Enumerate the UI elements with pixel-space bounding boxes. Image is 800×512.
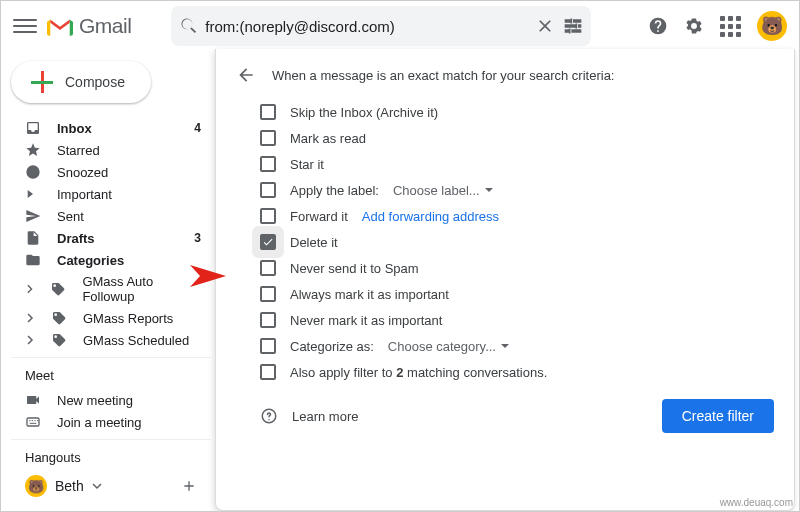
sidebar: Compose Inbox4StarredSnoozedImportantSen… — [1, 51, 211, 511]
dropdown[interactable]: Choose category... — [388, 339, 510, 354]
meet-header: Meet — [11, 357, 211, 389]
back-icon[interactable] — [236, 65, 256, 85]
clear-icon[interactable] — [535, 16, 555, 36]
avatar[interactable]: 🐻 — [757, 11, 787, 41]
sidebar-item-snoozed[interactable]: Snoozed — [11, 161, 211, 183]
sidebar-item-gmass-auto-followup[interactable]: GMass Auto Followup — [11, 271, 211, 307]
caret-icon — [25, 186, 41, 202]
checkbox[interactable] — [260, 104, 276, 120]
tag-icon — [51, 310, 67, 326]
filter-option-label: Apply the label: — [290, 183, 379, 198]
filter-option-row: Also apply filter to 2 matching conversa… — [236, 359, 774, 385]
add-icon[interactable] — [181, 478, 197, 494]
checkbox[interactable] — [260, 260, 276, 276]
apps-icon[interactable] — [720, 16, 741, 37]
gear-icon[interactable] — [684, 16, 704, 36]
checkbox[interactable] — [260, 208, 276, 224]
compose-button[interactable]: Compose — [11, 61, 151, 103]
sidebar-item-categories[interactable]: Categories — [11, 249, 211, 271]
sidebar-item-count: 3 — [194, 231, 201, 245]
send-icon — [25, 208, 41, 224]
chevron-down-icon — [92, 481, 102, 491]
watermark: www.deuaq.com — [720, 497, 793, 508]
sidebar-item-label: Snoozed — [57, 165, 108, 180]
checkbox[interactable] — [260, 156, 276, 172]
checkbox[interactable] — [260, 312, 276, 328]
filter-option-row: Always mark it as important — [236, 281, 774, 307]
help-icon[interactable] — [260, 407, 278, 425]
logo-text: Gmail — [79, 14, 131, 38]
learn-more-link[interactable]: Learn more — [292, 409, 358, 424]
filter-option-row: Forward itAdd forwarding address — [236, 203, 774, 229]
forwarding-link[interactable]: Add forwarding address — [362, 209, 499, 224]
main: Compose Inbox4StarredSnoozedImportantSen… — [1, 51, 799, 511]
checkbox[interactable] — [260, 234, 276, 250]
sidebar-item-inbox[interactable]: Inbox4 — [11, 117, 211, 139]
star-icon — [25, 142, 41, 158]
gmail-logo[interactable]: Gmail — [47, 14, 131, 38]
filter-option-row: Skip the Inbox (Archive it) — [236, 99, 774, 125]
sidebar-item-label: Starred — [57, 143, 100, 158]
keyboard-icon — [25, 414, 41, 430]
sidebar-item-label: Inbox — [57, 121, 92, 136]
checkbox[interactable] — [260, 130, 276, 146]
compose-label: Compose — [65, 74, 125, 90]
inbox-icon — [25, 120, 41, 136]
help-icon[interactable] — [648, 16, 668, 36]
filter-option-label: Skip the Inbox (Archive it) — [290, 105, 438, 120]
sidebar-item-count: 4 — [194, 121, 201, 135]
checkbox[interactable] — [260, 286, 276, 302]
filter-option-label: Star it — [290, 157, 324, 172]
filter-option-row: Star it — [236, 151, 774, 177]
filter-option-label: Always mark it as important — [290, 287, 449, 302]
filter-heading-row: When a message is an exact match for you… — [236, 65, 774, 85]
sidebar-item-label: Categories — [57, 253, 124, 268]
filter-option-label: Never mark it as important — [290, 313, 442, 328]
sidebar-item-sent[interactable]: Sent — [11, 205, 211, 227]
filter-option-label: Delete it — [290, 235, 338, 250]
chevron-down-icon — [484, 185, 494, 195]
doc-icon — [25, 230, 41, 246]
filter-option-label: Also apply filter to 2 matching conversa… — [290, 365, 547, 380]
gmail-m-icon — [47, 16, 73, 36]
search-input[interactable] — [199, 18, 535, 35]
dropdown[interactable]: Choose label... — [393, 183, 494, 198]
sidebar-item-important[interactable]: Important — [11, 183, 211, 205]
sidebar-item-gmass-scheduled[interactable]: GMass Scheduled — [11, 329, 211, 351]
sidebar-item-drafts[interactable]: Drafts3 — [11, 227, 211, 249]
hangouts-user[interactable]: 🐻 Beth — [11, 471, 211, 501]
sidebar-item-label: Drafts — [57, 231, 95, 246]
hangouts-avatar: 🐻 — [25, 475, 47, 497]
search-icon[interactable] — [179, 16, 199, 36]
filter-panel: When a message is an exact match for you… — [215, 49, 795, 511]
video-icon — [25, 392, 41, 408]
checkbox[interactable] — [260, 182, 276, 198]
sidebar-item-label: Important — [57, 187, 112, 202]
create-filter-button[interactable]: Create filter — [662, 399, 774, 433]
sidebar-item-label: GMass Reports — [83, 311, 173, 326]
filter-option-row: Delete it — [236, 229, 774, 255]
sidebar-item-label: Sent — [57, 209, 84, 224]
sidebar-item-label: GMass Scheduled — [83, 333, 189, 348]
tune-icon[interactable] — [563, 16, 583, 36]
plus-icon — [31, 71, 53, 93]
filter-option-row: Never mark it as important — [236, 307, 774, 333]
checkbox[interactable] — [260, 338, 276, 354]
folders-icon — [25, 252, 41, 268]
checkbox[interactable] — [260, 364, 276, 380]
filter-option-row: Apply the label:Choose label... — [236, 177, 774, 203]
sidebar-item-gmass-reports[interactable]: GMass Reports — [11, 307, 211, 329]
filter-footer: Learn more Create filter — [236, 399, 774, 433]
tag-icon — [51, 332, 67, 348]
menu-icon[interactable] — [13, 14, 37, 38]
filter-option-row: Categorize as:Choose category... — [236, 333, 774, 359]
tag-icon — [50, 281, 66, 297]
chevron-down-icon — [500, 341, 510, 351]
header: Gmail 🐻 — [1, 1, 799, 51]
filter-option-label: Categorize as: — [290, 339, 374, 354]
meet-item-join-a-meeting[interactable]: Join a meeting — [11, 411, 211, 433]
clock-icon — [25, 164, 41, 180]
chevron-right-icon — [25, 313, 35, 323]
meet-item-new-meeting[interactable]: New meeting — [11, 389, 211, 411]
sidebar-item-starred[interactable]: Starred — [11, 139, 211, 161]
